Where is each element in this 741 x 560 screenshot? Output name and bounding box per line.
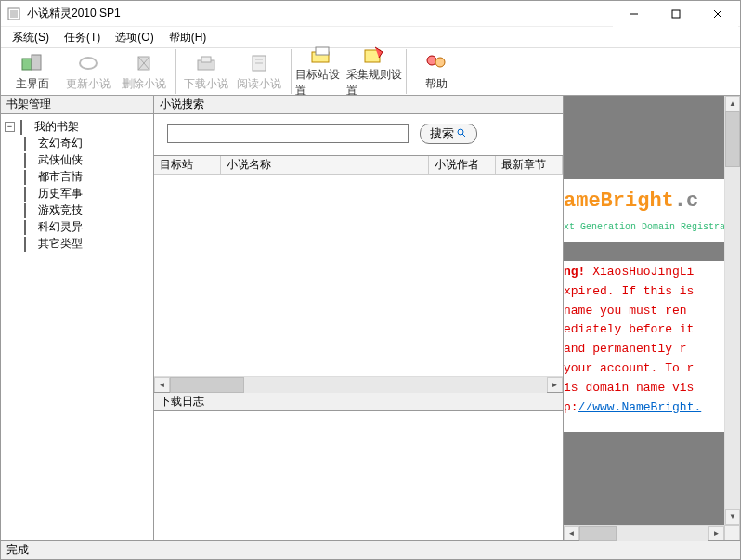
col-name[interactable]: 小说名称 — [221, 156, 429, 174]
bookshelf-tree[interactable]: − 我的书架 玄幻奇幻武侠仙侠都市言情历史军事游戏竞技科幻灵异其它类型 — [1, 114, 153, 540]
ad-content: ameBright.c xt Generation Domain Registr… — [564, 96, 724, 525]
tool-read-novel[interactable]: 阅读小说 — [231, 49, 287, 94]
svg-point-20 — [427, 56, 436, 65]
app-icon — [6, 7, 21, 21]
download-icon — [193, 52, 219, 74]
menu-help[interactable]: 帮助(H) — [162, 28, 214, 47]
menu-system[interactable]: 系统(S) — [5, 28, 57, 47]
minimize-button[interactable] — [613, 1, 655, 27]
category-label: 科幻灵异 — [38, 219, 83, 235]
svg-rect-13 — [202, 57, 211, 62]
tool-help[interactable]: 帮助 — [406, 49, 462, 94]
scroll-left-icon[interactable]: ◄ — [564, 526, 579, 541]
log-body[interactable] — [154, 411, 563, 540]
close-button[interactable] — [696, 1, 738, 27]
col-latest[interactable]: 最新章节 — [496, 156, 563, 174]
category-label: 都市言情 — [38, 169, 83, 185]
search-section: 小说搜索 搜索 — [154, 96, 563, 156]
collapse-icon[interactable]: − — [5, 122, 15, 132]
right-panel: ameBright.c xt Generation Domain Registr… — [564, 96, 740, 540]
col-author[interactable]: 小说作者 — [429, 156, 496, 174]
category-label: 玄幻奇幻 — [38, 136, 83, 151]
target-icon — [308, 45, 334, 65]
category-label: 其它类型 — [38, 236, 83, 252]
log-header: 下载日志 — [154, 393, 563, 411]
domain-link[interactable]: //www.NameBright. — [578, 400, 702, 414]
brand-name: ameBright — [564, 189, 674, 213]
folder-icon — [20, 121, 32, 132]
hscroll-thumb[interactable] — [170, 377, 244, 393]
tree-category[interactable]: 武侠仙侠 — [21, 151, 150, 168]
category-icon — [24, 171, 35, 182]
log-section: 下载日志 — [154, 392, 563, 540]
tool-download-novel[interactable]: 下载小说 — [176, 49, 231, 94]
category-label: 游戏竞技 — [38, 202, 83, 218]
right-vscroll[interactable]: ▲ ▼ — [724, 96, 740, 525]
category-icon — [24, 154, 35, 165]
rules-icon — [361, 45, 387, 65]
search-button-label: 搜索 — [430, 125, 454, 142]
tree-category[interactable]: 历史军事 — [21, 185, 150, 202]
category-icon — [24, 137, 35, 149]
category-label: 武侠仙侠 — [38, 152, 83, 168]
maximize-button[interactable] — [655, 1, 696, 27]
brand-tagline: xt Generation Domain Registra — [564, 222, 724, 232]
scroll-right-icon[interactable]: ► — [547, 377, 563, 393]
search-input[interactable] — [167, 124, 409, 143]
tree-root[interactable]: − 我的书架 — [5, 118, 150, 135]
tree-category[interactable]: 玄幻奇幻 — [21, 135, 150, 151]
col-target[interactable]: 目标站 — [154, 156, 221, 174]
tree-root-label: 我的书架 — [34, 119, 79, 135]
tree-category[interactable]: 其它类型 — [21, 235, 150, 252]
svg-rect-1 — [10, 10, 18, 18]
help-icon — [423, 52, 449, 74]
category-label: 历史军事 — [38, 186, 83, 202]
table-hscroll[interactable]: ◄ ► — [154, 376, 563, 392]
vscroll-thumb[interactable] — [725, 111, 740, 167]
menu-task[interactable]: 任务(T) — [57, 28, 108, 47]
search-button[interactable]: 搜索 — [420, 124, 477, 144]
hscroll-thumb[interactable] — [579, 526, 617, 541]
toolbar: 主界面 更新小说 删除小说 下载小说 阅读小说 目标站设置 采集规则设置 帮助 — [1, 47, 740, 96]
home-icon — [20, 52, 46, 74]
table-header: 目标站 小说名称 小说作者 最新章节 — [154, 156, 563, 175]
statusbar: 完成 — [1, 540, 740, 559]
titlebar: 小说精灵2010 SP1 — [1, 1, 740, 27]
tool-target-settings[interactable]: 目标站设置 — [291, 49, 346, 94]
svg-rect-3 — [672, 10, 680, 18]
delete-icon — [131, 52, 157, 74]
svg-rect-6 — [22, 59, 32, 70]
svg-line-23 — [462, 134, 466, 137]
tool-collect-rule-settings[interactable]: 采集规则设置 — [346, 49, 402, 94]
category-icon — [24, 238, 35, 249]
center-panel: 小说搜索 搜索 目标站 小说名称 小说作者 最新章节 — [154, 96, 564, 540]
results-table: 目标站 小说名称 小说作者 最新章节 ◄ ► — [154, 156, 563, 392]
tree-category[interactable]: 都市言情 — [21, 168, 150, 185]
tree-category[interactable]: 科幻灵异 — [21, 218, 150, 235]
scroll-down-icon[interactable]: ▼ — [725, 509, 740, 525]
search-header: 小说搜索 — [154, 96, 563, 114]
tool-main-view[interactable]: 主界面 — [5, 49, 60, 94]
search-icon — [456, 127, 467, 141]
category-icon — [24, 188, 35, 199]
scroll-right-icon[interactable]: ► — [708, 526, 724, 541]
read-icon — [246, 52, 272, 74]
table-body[interactable] — [154, 175, 563, 376]
tree-category[interactable]: 游戏竞技 — [21, 202, 150, 218]
tool-delete-novel[interactable]: 删除小说 — [116, 49, 172, 94]
tool-refresh-novel[interactable]: 更新小说 — [60, 49, 116, 94]
svg-rect-7 — [32, 55, 41, 70]
app-window: 小说精灵2010 SP1 系统(S) 任务(T) 选项(O) 帮助(H) 主界面… — [0, 0, 741, 560]
category-icon — [24, 204, 35, 215]
window-title: 小说精灵2010 SP1 — [27, 6, 613, 21]
scroll-left-icon[interactable]: ◄ — [154, 377, 170, 393]
main-area: 书架管理 − 我的书架 玄幻奇幻武侠仙侠都市言情历史军事游戏竞技科幻灵异其它类型… — [1, 96, 740, 540]
svg-rect-18 — [316, 47, 329, 55]
menu-options[interactable]: 选项(O) — [108, 28, 161, 47]
right-hscroll[interactable]: ◄ ► — [564, 525, 724, 540]
svg-point-21 — [436, 58, 445, 67]
category-icon — [24, 221, 35, 232]
bookshelf-header: 书架管理 — [1, 96, 153, 114]
warning-strong: ng! — [564, 265, 585, 279]
scroll-up-icon[interactable]: ▲ — [725, 96, 740, 111]
